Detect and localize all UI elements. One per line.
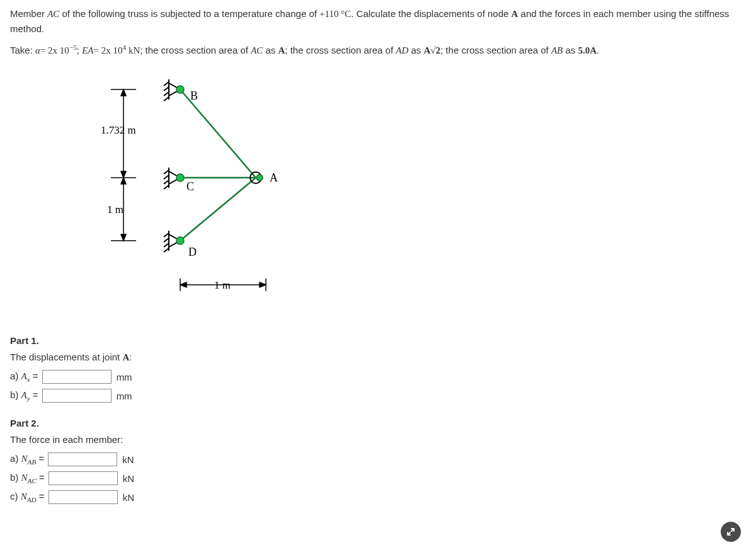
truss-diagram: B C D A 1.732 m 1 m 1 m — [79, 71, 306, 310]
input-NAC[interactable] — [49, 471, 118, 485]
svg-line-11 — [164, 180, 169, 184]
svg-line-0 — [180, 89, 256, 178]
input-NAB[interactable] — [48, 452, 117, 466]
svg-marker-27 — [121, 89, 126, 96]
unit-kN: kN — [122, 454, 134, 465]
dim-1732: 1.732 m — [101, 124, 136, 136]
unit-mm: mm — [117, 391, 132, 401]
svg-point-22 — [256, 175, 263, 181]
input-NAD[interactable] — [49, 490, 118, 504]
part2-prompt: The force in each member: — [10, 432, 746, 447]
node-label-C: C — [186, 180, 194, 193]
unit-kN: kN — [123, 473, 134, 484]
input-Ax[interactable] — [42, 370, 112, 384]
node-label-A: A — [270, 171, 278, 184]
dim-1m-vertical: 1 m — [107, 204, 123, 215]
svg-line-10 — [164, 175, 169, 179]
part1-a-row: a) Ax = mm — [10, 370, 746, 384]
svg-line-16 — [164, 243, 169, 247]
dim-1m-horizontal: 1 m — [214, 279, 231, 291]
svg-marker-35 — [180, 282, 186, 287]
svg-line-15 — [164, 238, 169, 242]
part1-heading: Part 1. — [10, 335, 746, 346]
svg-line-5 — [164, 87, 169, 91]
svg-marker-31 — [121, 234, 126, 241]
part2-b-row: b) NAC = kN — [10, 471, 746, 485]
input-Ay[interactable] — [42, 389, 112, 403]
svg-point-18 — [176, 86, 184, 93]
svg-point-20 — [176, 237, 184, 244]
part2-c-row: c) NAD = kN — [10, 490, 746, 504]
part1-b-row: b) Ay = mm — [10, 389, 746, 403]
svg-line-9 — [164, 170, 169, 174]
unit-mm: mm — [117, 372, 132, 382]
svg-marker-30 — [121, 178, 126, 184]
node-label-B: B — [190, 89, 198, 102]
svg-line-14 — [164, 233, 169, 237]
part1-prompt: The displacements at joint A: — [10, 350, 746, 365]
part2-heading: Part 2. — [10, 418, 746, 428]
unit-kN: kN — [123, 492, 134, 503]
part2-a-row: a) NAB = kN — [10, 452, 746, 466]
problem-statement: Member AC of the following truss is subj… — [10, 6, 746, 37]
svg-point-19 — [176, 174, 184, 181]
node-label-D: D — [188, 246, 197, 258]
svg-line-4 — [164, 82, 169, 86]
svg-line-7 — [164, 97, 169, 101]
svg-marker-36 — [260, 282, 266, 287]
svg-line-6 — [164, 92, 169, 96]
problem-parameters: Take: α= 2x 10−5; EA= 2x 104 kN; the cro… — [10, 42, 746, 58]
svg-line-17 — [164, 248, 169, 252]
svg-line-12 — [164, 185, 169, 189]
